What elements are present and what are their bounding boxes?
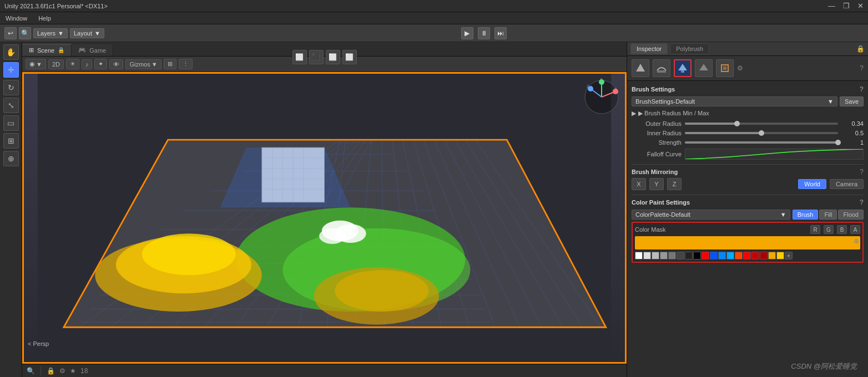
inner-radius-track[interactable] xyxy=(685,132,838,134)
channel-g-button[interactable]: G xyxy=(824,225,834,234)
settings-scene-icon[interactable]: ⚙ xyxy=(59,367,65,375)
audio-toggle[interactable]: ♪ xyxy=(82,59,93,69)
lock-scene-icon[interactable]: 🔒 xyxy=(47,367,55,375)
swatch-ddred[interactable] xyxy=(760,252,768,259)
tw-frame-btn[interactable]: ⬛ xyxy=(309,50,324,64)
maximize-button[interactable]: ❐ xyxy=(843,2,850,10)
undo-history-button[interactable]: ↩ xyxy=(4,27,17,39)
menu-window[interactable]: Window xyxy=(3,14,29,23)
brush-settings-help[interactable]: ? xyxy=(860,85,864,93)
mirror-z-button[interactable]: Z xyxy=(667,178,682,190)
game-tab[interactable]: 🎮 Game xyxy=(72,44,113,56)
svg-text:X: X xyxy=(614,87,617,91)
scene-gizmo[interactable]: Y X Z xyxy=(582,78,621,116)
flood-mode-button[interactable]: Flood xyxy=(838,210,864,220)
move-tool-button[interactable]: ✛ xyxy=(3,62,19,78)
rotate-tool-button[interactable]: ↻ xyxy=(3,80,19,95)
swatch-gray[interactable] xyxy=(660,252,668,259)
menu-help[interactable]: Help xyxy=(36,14,53,23)
inspector-settings-icon[interactable]: 🔒 xyxy=(856,45,865,53)
swatch-blue2[interactable] xyxy=(718,252,726,259)
swatch-red2[interactable] xyxy=(743,252,751,259)
camera-button[interactable]: Camera xyxy=(830,179,864,189)
shading-dropdown[interactable]: ◉ ▼ xyxy=(26,59,46,69)
top-toolbar: ↩ 🔍 Layers ▼ Layout ▼ ▶ ⏸ ⏭ xyxy=(0,24,868,42)
swatch-orange[interactable] xyxy=(735,252,743,259)
rect-tool-button[interactable]: ▭ xyxy=(3,115,19,131)
strength-track[interactable] xyxy=(685,141,838,144)
inner-radius-label: Inner Radius xyxy=(632,130,682,136)
outer-radius-track[interactable] xyxy=(685,123,838,125)
star-icon[interactable]: ★ xyxy=(70,367,76,375)
layout-dropdown[interactable]: Layout ▼ xyxy=(70,28,104,38)
mirror-y-button[interactable]: Y xyxy=(649,178,664,190)
search-scene-icon[interactable]: 🔍 xyxy=(27,367,35,375)
swatch-blue3[interactable] xyxy=(726,252,734,259)
swatch-lgray[interactable] xyxy=(643,252,651,259)
polybrush-texture-icon[interactable] xyxy=(695,59,713,77)
viewport[interactable]: Y X Z < Persp xyxy=(22,72,627,364)
svg-rect-73 xyxy=(723,67,726,70)
swatch-black[interactable] xyxy=(693,252,701,259)
hand-tool-button[interactable]: ✋ xyxy=(3,44,19,60)
polybrush-settings-icon[interactable]: ⚙ xyxy=(737,64,743,72)
swatch-red[interactable] xyxy=(702,252,709,259)
falloff-curve-display[interactable] xyxy=(685,149,864,160)
swatch-black2[interactable] xyxy=(685,252,693,259)
grid-snap-toggle[interactable]: ⊞ xyxy=(164,59,176,69)
polybrush-paint-icon[interactable] xyxy=(674,59,692,77)
channel-b-button[interactable]: B xyxy=(837,225,847,234)
swatch-white[interactable] xyxy=(635,252,643,259)
scene-settings[interactable]: ⋮ xyxy=(179,59,193,69)
swatch-dred[interactable] xyxy=(751,252,759,259)
color-palette-dropdown[interactable]: ColorPalette-Default ▼ xyxy=(632,210,790,220)
search-button[interactable]: 🔍 xyxy=(19,27,31,39)
play-button[interactable]: ▶ xyxy=(461,27,473,39)
tw-box-btn[interactable]: ⬜ xyxy=(326,50,340,64)
swatch-dgray[interactable] xyxy=(668,252,676,259)
polybrush-sculpt-icon[interactable] xyxy=(632,59,649,77)
polybrush-help-icon[interactable]: ? xyxy=(860,64,864,72)
polybrush-prefab-icon[interactable] xyxy=(716,59,734,77)
swatch-yellow[interactable] xyxy=(768,252,776,259)
tw-other-btn[interactable]: ⬜ xyxy=(342,50,357,64)
gizmos-dropdown[interactable]: Gizmos ▼ xyxy=(125,59,161,69)
step-button[interactable]: ⏭ xyxy=(494,27,507,39)
active-color-swatch[interactable]: ⊕ xyxy=(635,236,860,249)
fx-toggle[interactable]: ✦ xyxy=(94,59,107,69)
custom-tool-button[interactable]: ⊕ xyxy=(3,151,19,166)
2d-toggle[interactable]: 2D xyxy=(48,59,64,69)
inspector-tab[interactable]: Inspector xyxy=(630,43,668,54)
swatch-ddgray[interactable] xyxy=(677,252,684,259)
color-paint-help-icon[interactable]: ? xyxy=(860,198,864,206)
channel-r-button[interactable]: R xyxy=(810,225,820,234)
brush-mode-button[interactable]: Brush xyxy=(793,210,819,220)
layers-dropdown[interactable]: Layers ▼ xyxy=(33,28,68,38)
swatch-mgray[interactable] xyxy=(652,252,659,259)
transform-tool-button[interactable]: ⊞ xyxy=(3,133,19,149)
brush-settings-dropdown[interactable]: BrushSettings-Default ▼ xyxy=(632,96,837,106)
brush-mirroring-help-icon[interactable]: ? xyxy=(860,168,864,176)
scene-visibility[interactable]: 👁 xyxy=(109,59,123,69)
lighting-toggle[interactable]: ☀ xyxy=(66,59,79,69)
tw-cube-btn[interactable]: ⬜ xyxy=(292,50,307,64)
scale-tool-button[interactable]: ⤡ xyxy=(3,98,19,113)
add-swatch-button[interactable]: + xyxy=(785,252,793,259)
eyedropper-button[interactable]: ⊕ xyxy=(854,237,859,245)
channel-a-button[interactable]: A xyxy=(850,225,860,234)
swatch-blue1[interactable] xyxy=(710,252,718,259)
brush-settings-save-button[interactable]: Save xyxy=(840,96,864,106)
brush-radius-toggle[interactable]: ▶ ▶ Brush Radius Min / Max xyxy=(632,110,864,117)
fill-mode-button[interactable]: Fill xyxy=(819,210,837,220)
polybrush-tab[interactable]: Polybrush xyxy=(670,43,709,54)
mirror-x-button[interactable]: X xyxy=(632,178,646,190)
close-button[interactable]: ✕ xyxy=(857,2,864,10)
world-button[interactable]: World xyxy=(798,179,826,189)
scene-tab[interactable]: ⊞ Scene 🔒 xyxy=(22,44,72,56)
polybrush-smooth-icon[interactable] xyxy=(653,59,670,77)
layout-label: Layout xyxy=(74,30,92,37)
main-layout: ✋ ✛ ↻ ⤡ ▭ ⊞ ⊕ ⊞ Scene 🔒 🎮 Game ◉ ▼ xyxy=(0,42,868,377)
minimize-button[interactable]: — xyxy=(828,2,835,10)
pause-button[interactable]: ⏸ xyxy=(478,27,490,39)
swatch-lyellow[interactable] xyxy=(776,252,784,259)
